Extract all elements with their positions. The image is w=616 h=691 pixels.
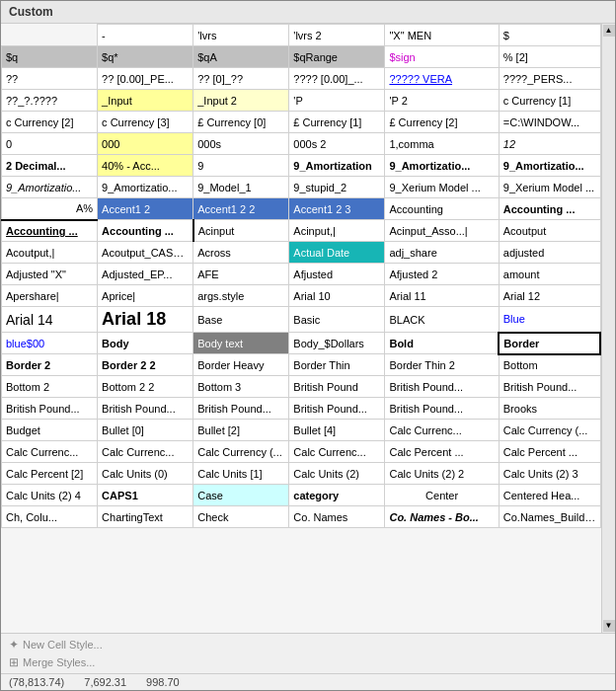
cell-10-0[interactable]: Acoutput,| [2, 242, 98, 264]
table-row[interactable]: A%Accent1 2Accent1 2 2Accent1 2 3Account… [2, 198, 601, 220]
cell-19-3[interactable]: Calc Currenc... [289, 441, 385, 463]
cell-16-4[interactable]: British Pound... [385, 376, 499, 398]
cell-2-0[interactable]: ?? [2, 68, 98, 90]
cell-0-1[interactable]: - [98, 25, 193, 46]
cell-9-2[interactable]: Acinput [193, 220, 289, 242]
cell-7-4[interactable]: 9_Xerium Model ... [385, 177, 499, 198]
cell-11-1[interactable]: Adjusted_EP... [98, 264, 193, 285]
cell-19-4[interactable]: Calc Percent ... [385, 441, 499, 463]
cell-22-5[interactable]: Co.Names_Buildup... [499, 506, 600, 528]
cell-14-5[interactable]: Border [499, 333, 600, 354]
cell-18-5[interactable]: Calc Currency (... [499, 420, 600, 441]
cell-18-3[interactable]: Bullet [4] [289, 420, 385, 441]
table-row[interactable]: -'lvrs'lvrs 2"X" MEN$$m [2, 25, 601, 46]
cell-1-3[interactable]: $qRange [289, 46, 385, 68]
cell-14-4[interactable]: Bold [385, 333, 499, 354]
cell-10-3[interactable]: Actual Date [289, 242, 385, 264]
table-row[interactable]: Calc Percent [2]Calc Units (0)Calc Units… [2, 463, 601, 485]
table-row[interactable]: Calc Units (2) 4CAPS1CasecategoryCenterC… [2, 485, 601, 506]
table-row[interactable]: Arial 14Arial 18BaseBasicBLACKBlue [2, 307, 601, 333]
cell-5-4[interactable]: 1,comma [385, 133, 499, 155]
cell-21-0[interactable]: Calc Units (2) 4 [2, 485, 98, 506]
cell-9-1[interactable]: Accounting ... [98, 220, 193, 242]
cell-4-5[interactable]: =C:\WINDOW... [499, 112, 600, 133]
cell-5-3[interactable]: 000s 2 [289, 133, 385, 155]
table-row[interactable]: $q$q*$qA$qRange$sign% [2] [2, 46, 601, 68]
cell-17-2[interactable]: British Pound... [193, 398, 289, 420]
cell-11-5[interactable]: amount [499, 264, 600, 285]
cell-11-3[interactable]: Afjusted [289, 264, 385, 285]
cell-1-5[interactable]: % [2] [499, 46, 600, 68]
cell-11-4[interactable]: Afjusted 2 [385, 264, 499, 285]
table-row[interactable]: Adjusted "X"Adjusted_EP...AFEAfjustedAfj… [2, 264, 601, 285]
table-row[interactable]: ???? [0.00]_PE...?? [0]_?????? [0.00]_..… [2, 68, 601, 90]
cell-1-0[interactable]: $q [2, 46, 98, 68]
cell-0-2[interactable]: 'lvrs [193, 25, 289, 46]
table-row[interactable]: Accounting ...Accounting ...AcinputAcinp… [2, 220, 601, 242]
cell-16-5[interactable]: British Pound... [499, 376, 600, 398]
cell-18-4[interactable]: Calc Currenc... [385, 420, 499, 441]
cell-17-3[interactable]: British Pound... [289, 398, 385, 420]
cell-21-5[interactable]: Centered Hea... [499, 485, 600, 506]
cell-14-3[interactable]: Body_$Dollars [289, 333, 385, 354]
table-row[interactable]: c Currency [2]c Currency [3]£ Currency [… [2, 112, 601, 133]
cell-14-1[interactable]: Body [98, 333, 193, 354]
cell-14-2[interactable]: Body text [193, 333, 289, 354]
cell-12-4[interactable]: Arial 11 [385, 285, 499, 307]
cell-3-5[interactable]: c Currency [1] [499, 90, 600, 112]
table-row[interactable]: blue$00BodyBody textBody_$DollarsBoldBor… [2, 333, 601, 354]
cell-2-1[interactable]: ?? [0.00]_PE... [98, 68, 193, 90]
table-row[interactable]: Bottom 2Bottom 2 2Bottom 3British PoundB… [2, 376, 601, 398]
cell-1-4[interactable]: $sign [385, 46, 499, 68]
table-row[interactable]: BudgetBullet [0]Bullet [2]Bullet [4]Calc… [2, 420, 601, 441]
cell-6-5[interactable]: 9_Amortizatio... [499, 155, 600, 177]
table-row[interactable]: Border 2Border 2 2Border HeavyBorder Thi… [2, 354, 601, 376]
cell-6-1[interactable]: 40% - Acc... [98, 155, 193, 177]
cell-6-3[interactable]: 9_Amortization [289, 155, 385, 177]
cell-22-2[interactable]: Check [193, 506, 289, 528]
cell-17-5[interactable]: Brooks [499, 398, 600, 420]
cell-7-3[interactable]: 9_stupid_2 [289, 177, 385, 198]
merge-styles-link[interactable]: ⊞ Merge Styles... [5, 653, 611, 671]
cell-0-5[interactable]: $ [499, 25, 600, 46]
cell-7-2[interactable]: 9_Model_1 [193, 177, 289, 198]
cell-8-4[interactable]: Accounting [385, 198, 499, 220]
cell-17-1[interactable]: British Pound... [98, 398, 193, 420]
cell-20-2[interactable]: Calc Units [1] [193, 463, 289, 485]
cell-22-4[interactable]: Co. Names - Bo... [385, 506, 499, 528]
cell-5-0[interactable]: 0 [2, 133, 98, 155]
cell-0-0[interactable] [2, 25, 98, 46]
cell-10-4[interactable]: adj_share [385, 242, 499, 264]
cell-7-5[interactable]: 9_Xerium Model ... [499, 177, 600, 198]
cell-8-1[interactable]: Accent1 2 [98, 198, 193, 220]
cell-4-2[interactable]: £ Currency [0] [193, 112, 289, 133]
table-row[interactable]: 9_Amortizatio...9_Amortizatio...9_Model_… [2, 177, 601, 198]
cell-18-0[interactable]: Budget [2, 420, 98, 441]
cell-13-2[interactable]: Base [193, 307, 289, 333]
cell-3-2[interactable]: _Input 2 [193, 90, 289, 112]
cell-4-3[interactable]: £ Currency [1] [289, 112, 385, 133]
cell-9-4[interactable]: Acinput_Asso...| [385, 220, 499, 242]
cell-21-1[interactable]: CAPS1 [98, 485, 193, 506]
cell-20-1[interactable]: Calc Units (0) [98, 463, 193, 485]
cell-22-0[interactable]: Ch, Colu... [2, 506, 98, 528]
cell-13-5[interactable]: Blue [499, 307, 600, 333]
cell-9-0[interactable]: Accounting ... [2, 220, 98, 242]
scrollbar[interactable]: ▲ ▼ [601, 24, 615, 633]
cell-4-1[interactable]: c Currency [3] [98, 112, 193, 133]
cell-4-4[interactable]: £ Currency [2] [385, 112, 499, 133]
cell-6-0[interactable]: 2 Decimal... [2, 155, 98, 177]
cell-22-3[interactable]: Co. Names [289, 506, 385, 528]
cell-17-4[interactable]: British Pound... [385, 398, 499, 420]
cell-12-2[interactable]: args.style [193, 285, 289, 307]
cell-16-2[interactable]: Bottom 3 [193, 376, 289, 398]
table-row[interactable]: ??_?.????_Input_Input 2'P'P 2c Currency … [2, 90, 601, 112]
cell-13-0[interactable]: Arial 14 [2, 307, 98, 333]
cell-14-0[interactable]: blue$00 [2, 333, 98, 354]
cell-19-0[interactable]: Calc Currenc... [2, 441, 98, 463]
cell-15-3[interactable]: Border Thin [289, 354, 385, 376]
cell-4-0[interactable]: c Currency [2] [2, 112, 98, 133]
cell-11-0[interactable]: Adjusted "X" [2, 264, 98, 285]
cell-1-1[interactable]: $q* [98, 46, 193, 68]
cell-10-2[interactable]: Across [193, 242, 289, 264]
